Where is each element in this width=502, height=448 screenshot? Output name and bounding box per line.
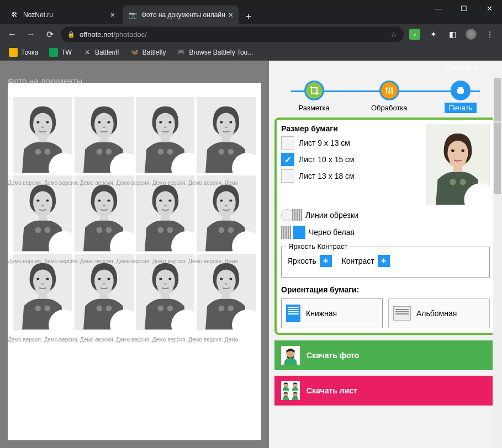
square-green-icon <box>49 48 58 57</box>
bookmark-battlefly[interactable]: 🦋Battlefly <box>126 46 171 59</box>
crop-icon <box>304 81 324 100</box>
swords-icon: ⚔ <box>83 48 92 57</box>
close-window-button[interactable]: ✕ <box>477 0 502 17</box>
star-icon[interactable]: ☆ <box>390 30 397 39</box>
profile-avatar[interactable] <box>463 26 479 42</box>
sheet-photo <box>13 254 72 330</box>
lock-icon: 🔒 <box>67 31 75 38</box>
url-path: /photodoc/ <box>113 30 147 39</box>
sheet-photo <box>197 97 256 173</box>
address-bar: ← → ⟳ 🔒 offnote.net/photodoc/ ☆ ♪ ✦ ◧ ⋮ <box>0 24 502 44</box>
sheet-photo <box>136 97 195 173</box>
download-sheet-button[interactable]: Скачать лист <box>274 376 496 406</box>
step-print[interactable]: Печать <box>445 81 477 113</box>
step-processing[interactable]: Обработка <box>367 81 412 113</box>
svg-point-17 <box>388 91 390 93</box>
checkbox-checked-icon <box>281 153 294 166</box>
download-photo-button[interactable]: Скачать фото <box>274 340 496 370</box>
contrast-label: Контраст <box>342 257 374 265</box>
crop-lines-toggle[interactable]: Линии обрезки <box>281 209 490 221</box>
orientation-title: Ориентация бумаги: <box>281 285 490 294</box>
tab-title: NozNet.ru <box>23 11 53 19</box>
checkbox-icon <box>281 169 294 183</box>
landscape-page-icon <box>393 306 411 321</box>
brightness-label: Яркость <box>287 257 316 265</box>
sheet-photo <box>75 175 134 252</box>
page-title: Фото на документы <box>8 76 82 86</box>
tab-noznet[interactable]: 🛠 NozNet.ru × <box>4 6 120 24</box>
bookmark-battleriff[interactable]: ⚔Battleriff <box>78 46 124 59</box>
paper-option-10x15[interactable]: Лист 10 x 15 см <box>281 153 421 166</box>
print-sheet: Демо версия. Демо версия. Демо версия. Д… <box>8 83 261 440</box>
game-icon: 🎮 <box>177 48 186 57</box>
toggle-on-icon <box>281 226 291 239</box>
bookmark-tochka[interactable]: Точка <box>4 46 43 59</box>
sheet-photo <box>136 175 195 252</box>
maximize-button[interactable]: ☐ <box>451 0 477 17</box>
menu-icon[interactable]: ⋮ <box>482 26 498 42</box>
extension-music-icon[interactable]: ♪ <box>407 26 422 42</box>
reload-button[interactable]: ⟳ <box>42 26 57 42</box>
svg-point-16 <box>385 88 388 90</box>
sheet-thumb-icon <box>281 381 300 400</box>
sheet-photo <box>197 175 256 252</box>
minimize-button[interactable]: — <box>426 0 451 17</box>
watermark-text: Демо версия. Демо версия. Демо версия. Д… <box>8 180 261 186</box>
printer-icon <box>451 81 471 100</box>
back-button[interactable]: ← <box>4 26 20 42</box>
paper-option-13x18[interactable]: Лист 13 x 18 см <box>281 169 421 183</box>
watermark-text: Демо версия. Демо версия. Демо версия. Д… <box>8 258 261 264</box>
svg-rect-21 <box>458 92 463 94</box>
sidepanel-icon[interactable]: ◧ <box>445 26 460 42</box>
wizard-steps: Разметка Обработка Печать <box>274 81 496 118</box>
sheet-photo <box>13 97 72 173</box>
tab-strip: 🛠 NozNet.ru × 📷 Фото на документы онлайн… <box>0 4 502 24</box>
bookmark-battlefy[interactable]: 🎮Browse Battlefy Tou... <box>172 46 257 59</box>
butterfly-icon: 🦋 <box>130 48 139 57</box>
svg-point-18 <box>391 88 393 90</box>
brightness-contrast-group: Яркость Контраст Яркость + Контраст + <box>281 247 490 278</box>
photo-preview-thumb <box>426 124 490 205</box>
sheet-photo <box>75 254 134 330</box>
svg-rect-20 <box>458 87 463 89</box>
toggle-off-icon <box>281 209 293 221</box>
sliders-icon <box>379 81 399 100</box>
tab-photodoc[interactable]: 📷 Фото на документы онлайн × <box>123 6 239 24</box>
brightness-plus-button[interactable]: + <box>320 255 332 267</box>
wrench-icon: 🛠 <box>10 10 19 19</box>
page-scrollbar[interactable] <box>493 121 502 448</box>
preview-panel: Демо версия. Демо версия. Демо версия. Д… <box>0 61 269 448</box>
url-domain: offnote.net <box>80 30 113 39</box>
orientation-landscape-button[interactable]: Альбомная <box>388 298 490 328</box>
bookmark-tw[interactable]: TW <box>45 46 76 59</box>
new-tab-button[interactable]: + <box>241 9 256 24</box>
sheet-photo <box>13 175 72 252</box>
sheet-photo <box>136 254 195 330</box>
contrast-plus-button[interactable]: + <box>378 255 390 267</box>
paper-size-title: Размер бумаги <box>281 124 421 133</box>
bookmarks-bar: Точка TW ⚔Battleriff 🦋Battlefly 🎮Browse … <box>0 44 502 61</box>
bw-toggle[interactable]: Черно белая <box>281 226 490 239</box>
extensions-icon[interactable]: ✦ <box>426 26 441 42</box>
paper-option-9x13[interactable]: Лист 9 x 13 см <box>281 136 421 150</box>
print-settings-box: Размер бумаги Лист 9 x 13 см Лист 10 x 1… <box>274 118 496 335</box>
checkbox-icon <box>281 136 294 150</box>
url-input[interactable]: 🔒 offnote.net/photodoc/ ☆ <box>61 26 404 42</box>
photo-thumb-icon <box>281 346 300 365</box>
sheet-photo <box>197 254 256 330</box>
collapse-button[interactable]: Свернуть <box>438 61 502 76</box>
close-icon[interactable]: × <box>229 10 233 19</box>
portrait-page-icon <box>286 305 300 322</box>
settings-panel: Разметка Обработка Печать Размер бумаги … <box>269 61 502 448</box>
scrollbar-thumb[interactable] <box>494 122 501 194</box>
step-markup[interactable]: Разметка <box>294 81 334 113</box>
fieldset-legend: Яркость Контраст <box>286 242 350 250</box>
forward-button: → <box>23 26 39 42</box>
watermark-text: Демо версия. Демо версия. Демо версия. Д… <box>8 337 261 343</box>
camera-icon: 📷 <box>128 10 137 19</box>
tab-title: Фото на документы онлайн <box>141 11 225 19</box>
sheet-photo <box>75 97 134 173</box>
close-icon[interactable]: × <box>110 10 115 19</box>
scrollbar-thumb[interactable] <box>494 78 501 122</box>
orientation-portrait-button[interactable]: Книжная <box>281 298 383 328</box>
